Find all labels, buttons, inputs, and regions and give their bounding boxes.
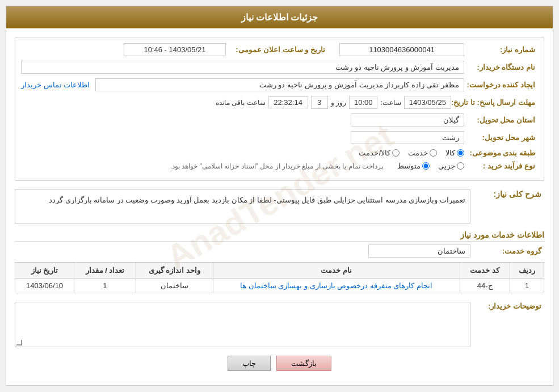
buyer-desc-label: توضیحات خریدار: bbox=[470, 302, 544, 310]
deadline-days-label: روز و bbox=[331, 99, 346, 107]
service-group-label: گروه خدمت: bbox=[470, 247, 544, 255]
province-label: استان محل تحویل: bbox=[464, 116, 538, 124]
requester-row: ایجاد کننده درخواست: مظفر تقی زاده کاربر… bbox=[21, 78, 538, 91]
process-jozi[interactable]: جزیی bbox=[438, 162, 464, 170]
button-row: بازگشت چاپ bbox=[15, 356, 544, 371]
requester-value: مظفر تقی زاده کاربرداز مدیریت آموزش و پر… bbox=[95, 78, 464, 91]
category-kala[interactable]: کالا bbox=[445, 149, 464, 157]
description-label: شرح کلی نیاز: bbox=[470, 189, 544, 199]
services-title: اطلاعات خدمات مورد نیاز bbox=[15, 230, 544, 242]
need-number-label: شماره نیاز: bbox=[464, 45, 538, 54]
category-label: طبقه بندی موضوعی: bbox=[464, 149, 538, 157]
category-kala-khedmat[interactable]: کالا/خدمت bbox=[359, 149, 400, 157]
service-group-value: ساختمان bbox=[368, 245, 470, 258]
process-note: پرداخت تمام یا بخشی از مبلغ خریدار از مح… bbox=[170, 162, 383, 170]
process-motavasseat[interactable]: متوسط bbox=[397, 162, 430, 170]
deadline-row: مهلت ارسال پاسخ: تا تاریخ: 1403/05/25 سا… bbox=[21, 96, 538, 109]
deadline-date: 1403/05/25 bbox=[404, 96, 451, 109]
city-row: شهر محل تحویل: رشت bbox=[21, 131, 538, 144]
province-value: گیلان bbox=[351, 113, 464, 127]
need-number-row: شماره نیاز: 1103004636000041 تاریخ و ساع… bbox=[21, 43, 538, 56]
description-value: تعمیرات وبازسازی مدرسه استثنایی حزایلی ط… bbox=[15, 189, 470, 224]
city-value: رشت bbox=[351, 131, 464, 144]
col-code: کد خدمت bbox=[460, 263, 510, 279]
org-name-label: نام دستگاه خریدار: bbox=[464, 63, 538, 71]
description-row: شرح کلی نیاز: تعمیرات وبازسازی مدرسه است… bbox=[15, 189, 544, 224]
city-label: شهر محل تحویل: bbox=[464, 133, 538, 142]
col-qty: تعداد / مقدار bbox=[74, 263, 136, 279]
buyer-desc-row: توضیحات خریدار: bbox=[15, 302, 544, 347]
org-name-value: مدیریت آموزش و پرورش ناحیه دو رشت bbox=[21, 61, 464, 74]
need-number-value: 1103004636000041 bbox=[339, 43, 464, 56]
announce-date-label: تاریخ و ساعت اعلان عمومی: bbox=[226, 45, 328, 54]
deadline-timer: 22:32:14 bbox=[268, 96, 308, 108]
services-table: ردیف کد خدمت نام خدمت واحد اندازه گیری ت… bbox=[15, 262, 544, 293]
back-button[interactable]: بازگشت bbox=[276, 356, 331, 371]
contact-link[interactable]: اطلاعات تماس خریدار bbox=[21, 81, 90, 89]
col-name: نام خدمت bbox=[213, 263, 460, 279]
category-row: طبقه بندی موضوعی: کالا خدمت کالا/خدمت bbox=[21, 149, 538, 157]
page-title: جزئیات اطلاعات نیاز bbox=[6, 6, 553, 28]
buyer-desc-box bbox=[15, 302, 470, 347]
deadline-label: مهلت ارسال پاسخ: تا تاریخ: bbox=[451, 98, 538, 107]
col-unit: واحد اندازه گیری bbox=[136, 263, 213, 279]
deadline-days: 3 bbox=[311, 96, 328, 109]
deadline-time-label: ساعت: bbox=[380, 99, 401, 107]
table-row: 1 ج-44 انجام کارهای متفرقه درخصوص بازساز… bbox=[15, 279, 544, 293]
requester-label: ایجاد کننده درخواست: bbox=[464, 81, 538, 89]
col-row: ردیف bbox=[510, 263, 544, 279]
resize-handle bbox=[16, 340, 22, 345]
info-section: شماره نیاز: 1103004636000041 تاریخ و ساع… bbox=[15, 37, 544, 181]
category-khedmat[interactable]: خدمت bbox=[408, 149, 437, 157]
process-label: نوع فرآیند خرید : bbox=[464, 162, 538, 170]
process-row: نوع فرآیند خرید : جزیی متوسط پرداخت تمام… bbox=[21, 162, 538, 170]
print-button[interactable]: چاپ bbox=[228, 356, 271, 371]
service-group-row: گروه خدمت: ساختمان bbox=[15, 245, 544, 258]
deadline-time: 10:00 bbox=[349, 96, 378, 109]
col-date: تاریخ نیاز bbox=[15, 263, 74, 279]
org-name-row: نام دستگاه خریدار: مدیریت آموزش و پرورش … bbox=[21, 61, 538, 74]
deadline-timer-label: ساعت باقی مانده bbox=[216, 99, 266, 107]
province-row: استان محل تحویل: گیلان bbox=[21, 113, 538, 127]
announce-date-value: 1403/05/21 - 10:46 bbox=[124, 43, 226, 56]
